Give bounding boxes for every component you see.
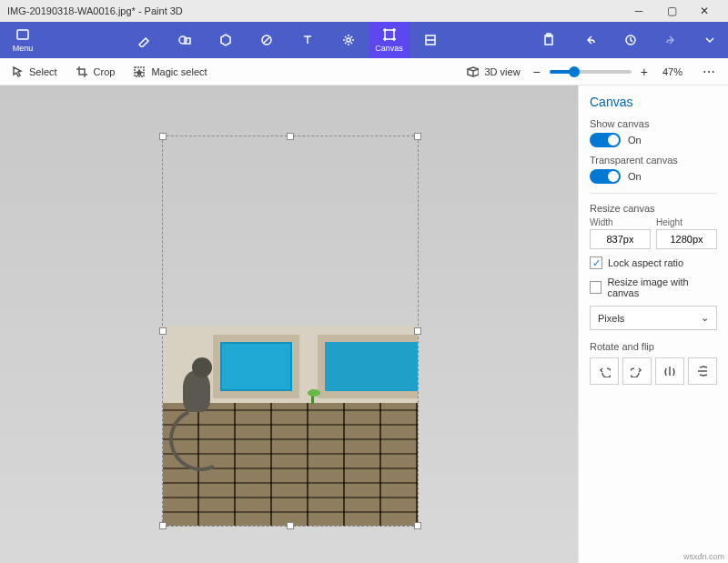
transparent-canvas-label: Transparent canvas bbox=[590, 155, 717, 166]
resize-handle-nw[interactable] bbox=[159, 133, 167, 140]
zoom-in-button[interactable]: + bbox=[641, 65, 648, 79]
resize-canvas-label: Resize canvas bbox=[590, 203, 717, 214]
canvas-panel: Canvas Show canvas On Transparent canvas… bbox=[578, 85, 728, 563]
units-dropdown[interactable]: Pixels ⌄ bbox=[590, 306, 717, 330]
rotate-left-button[interactable] bbox=[590, 357, 619, 385]
canvas-tool-label: Canvas bbox=[375, 44, 403, 53]
crop-icon bbox=[76, 65, 88, 78]
unchecked-icon bbox=[590, 281, 602, 294]
rotate-right-button[interactable] bbox=[622, 357, 652, 385]
2d-shapes-tool[interactable] bbox=[164, 22, 205, 58]
redo-button[interactable] bbox=[651, 22, 692, 58]
ribbon-toolbar: Menu Canvas bbox=[0, 22, 728, 58]
redo-icon bbox=[664, 33, 679, 47]
width-input[interactable] bbox=[590, 229, 651, 249]
svg-point-4 bbox=[347, 38, 350, 42]
zoom-slider-thumb[interactable] bbox=[569, 66, 580, 77]
undo-button[interactable] bbox=[569, 22, 610, 58]
check-icon: ✓ bbox=[590, 256, 602, 269]
magic-select-button[interactable]: Magic select bbox=[129, 65, 210, 78]
effects-icon bbox=[341, 33, 356, 47]
paste-button[interactable] bbox=[528, 22, 569, 58]
crop-button[interactable]: Crop bbox=[72, 65, 119, 78]
transparent-canvas-toggle[interactable] bbox=[590, 169, 621, 184]
flip-h-icon bbox=[663, 365, 676, 377]
resize-handle-se[interactable] bbox=[414, 522, 421, 529]
canvas-viewport[interactable] bbox=[0, 85, 578, 563]
minimize-button[interactable]: ─ bbox=[622, 0, 655, 22]
height-input[interactable] bbox=[656, 229, 717, 249]
width-label: Width bbox=[590, 217, 651, 227]
cursor-icon bbox=[11, 65, 24, 78]
main-area: Canvas Show canvas On Transparent canvas… bbox=[0, 85, 728, 563]
transparent-canvas-state: On bbox=[628, 171, 642, 182]
resize-handle-sw[interactable] bbox=[159, 522, 167, 529]
svg-rect-5 bbox=[385, 30, 394, 39]
panel-title: Canvas bbox=[590, 95, 717, 109]
resize-handle-s[interactable] bbox=[287, 522, 294, 529]
menu-icon bbox=[15, 27, 30, 42]
rotate-left-icon bbox=[598, 365, 611, 377]
3d-view-icon bbox=[466, 65, 479, 78]
flip-v-icon bbox=[696, 365, 709, 377]
effects-tool[interactable] bbox=[328, 22, 369, 58]
resize-handle-n[interactable] bbox=[287, 133, 294, 140]
flip-vertical-button[interactable] bbox=[688, 357, 717, 385]
shapes-3d-icon bbox=[218, 33, 233, 47]
resize-handle-ne[interactable] bbox=[414, 133, 421, 140]
canvas-selection[interactable] bbox=[162, 136, 419, 527]
3d-shapes-tool[interactable] bbox=[205, 22, 246, 58]
canvas-icon bbox=[382, 27, 397, 42]
stickers-icon bbox=[259, 33, 274, 47]
menu-label: Menu bbox=[13, 44, 34, 53]
magic-select-icon bbox=[133, 65, 146, 78]
resize-handle-w[interactable] bbox=[159, 327, 167, 335]
text-tool[interactable] bbox=[287, 22, 328, 58]
show-canvas-label: Show canvas bbox=[590, 118, 717, 129]
shapes-2d-icon bbox=[177, 33, 192, 47]
3d-view-button[interactable]: 3D view bbox=[462, 65, 523, 78]
sub-toolbar: Select Crop Magic select 3D view − + 47%… bbox=[0, 58, 728, 85]
resize-image-checkbox[interactable]: Resize image with canvas bbox=[590, 276, 717, 298]
menu-button[interactable]: Menu bbox=[0, 22, 46, 58]
canvas-image bbox=[163, 326, 418, 526]
svg-rect-0 bbox=[17, 30, 28, 39]
height-label: Height bbox=[656, 217, 717, 227]
show-canvas-toggle[interactable] bbox=[590, 133, 621, 147]
close-button[interactable]: ✕ bbox=[688, 0, 721, 22]
zoom-percent: 47% bbox=[657, 66, 688, 77]
more-options-button[interactable]: ⋯ bbox=[697, 65, 721, 79]
lock-aspect-checkbox[interactable]: ✓ Lock aspect ratio bbox=[590, 256, 717, 269]
svg-point-1 bbox=[179, 36, 187, 44]
paste-icon bbox=[541, 33, 556, 47]
resize-handle-e[interactable] bbox=[414, 327, 421, 335]
title-bar: IMG-20190318-WA0016.jpg* - Paint 3D ─ ▢ … bbox=[0, 0, 728, 22]
brushes-tool[interactable] bbox=[123, 22, 164, 58]
watermark: wsxdn.com bbox=[683, 552, 724, 561]
brush-icon bbox=[136, 33, 151, 47]
chevron-down-icon bbox=[703, 33, 717, 47]
stickers-tool[interactable] bbox=[246, 22, 287, 58]
3d-library-tool[interactable] bbox=[410, 22, 450, 58]
maximize-button[interactable]: ▢ bbox=[655, 0, 688, 22]
library-icon bbox=[423, 33, 438, 47]
select-button[interactable]: Select bbox=[7, 65, 61, 78]
history-icon bbox=[623, 33, 638, 47]
text-icon bbox=[300, 33, 315, 47]
expand-ribbon-button[interactable] bbox=[692, 22, 728, 58]
undo-icon bbox=[582, 33, 597, 47]
flip-horizontal-button[interactable] bbox=[655, 357, 684, 385]
rotate-right-icon bbox=[631, 365, 643, 377]
canvas-tool[interactable]: Canvas bbox=[369, 22, 410, 58]
window-title: IMG-20190318-WA0016.jpg* - Paint 3D bbox=[7, 5, 622, 16]
rotate-flip-label: Rotate and flip bbox=[590, 341, 717, 352]
history-button[interactable] bbox=[610, 22, 651, 58]
show-canvas-state: On bbox=[628, 135, 642, 146]
zoom-slider[interactable] bbox=[550, 70, 632, 74]
zoom-out-button[interactable]: − bbox=[533, 65, 541, 79]
chevron-down-icon: ⌄ bbox=[701, 312, 709, 324]
